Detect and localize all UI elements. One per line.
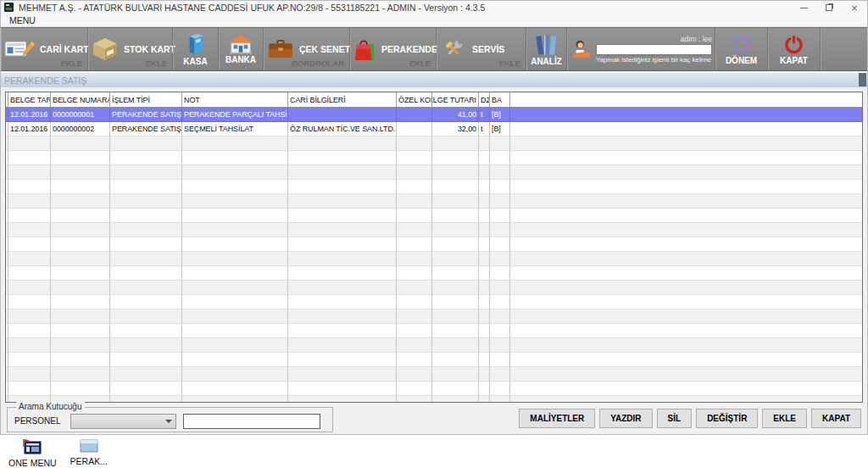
table-row[interactable]: 12.01.20160000000002PERAKENDE SATIŞSEÇME… — [6, 122, 862, 136]
table-cell — [490, 338, 510, 353]
table-cell: 0000000002 — [51, 122, 110, 136]
toolbar-button-perakende[interactable]: PERAKENDE EKLE — [350, 28, 437, 70]
toolbar-button-label: SERVİS — [472, 44, 504, 54]
table-row[interactable] — [6, 209, 862, 223]
assistant-icon — [570, 39, 593, 59]
table-row[interactable] — [6, 324, 862, 338]
table-row[interactable] — [6, 252, 862, 266]
table-cell — [288, 209, 397, 223]
panel-corner-handle[interactable] — [859, 73, 866, 86]
yazdir-button[interactable]: YAZDIR — [599, 409, 652, 428]
table-cell — [479, 295, 490, 309]
table-cell — [510, 309, 862, 324]
table-cell — [510, 180, 862, 194]
table-cell — [510, 122, 862, 136]
column-header[interactable]: BA — [490, 92, 510, 108]
sil-button[interactable]: SİL — [657, 409, 693, 428]
table-cell — [182, 252, 288, 266]
table-cell — [397, 382, 432, 396]
table-cell — [432, 382, 479, 396]
table-cell — [288, 324, 397, 338]
toolbar-button-label: KAPAT — [780, 56, 808, 65]
titlebar: MEHMET A.Ş. - ATATÜRK BULVARI HASTANE CA… — [1, 1, 867, 14]
column-header[interactable]: CARİ BİLGİLERİ — [288, 92, 397, 108]
close-button[interactable]: × — [842, 1, 867, 14]
column-header[interactable]: BELGE NUMARASI — [51, 92, 110, 108]
table-cell — [490, 266, 510, 281]
toolbar-button-stok-kart[interactable]: STOK KART EKLE — [88, 28, 173, 70]
degistir-button[interactable]: DEĞİŞTİR — [696, 409, 758, 428]
table-row[interactable] — [6, 353, 862, 367]
table-row[interactable] — [6, 309, 862, 324]
table-cell — [8, 136, 51, 151]
table-cell — [510, 295, 862, 309]
table-row[interactable] — [6, 382, 862, 396]
table-cell — [397, 136, 432, 151]
column-header[interactable]: BELGE TARİHİ — [8, 92, 51, 108]
table-cell — [110, 151, 182, 165]
table-row[interactable] — [6, 367, 862, 382]
taskbar-item-perakende[interactable]: PERAK... — [70, 439, 108, 466]
toolbar-button-cek-senet[interactable]: ÇEK SENET BORDROLAR — [264, 28, 350, 70]
table-cell — [479, 237, 490, 252]
table-cell — [110, 338, 182, 353]
table-cell — [397, 194, 432, 209]
table-cell — [288, 151, 397, 165]
search-field-combobox[interactable] — [70, 414, 176, 429]
table-row[interactable] — [6, 136, 862, 151]
maximize-button[interactable] — [816, 1, 842, 14]
toolbar-button-kapat[interactable]: KAPAT — [768, 28, 821, 70]
table-row[interactable] — [6, 165, 862, 180]
table-row[interactable] — [6, 295, 862, 309]
table-cell — [288, 353, 397, 367]
toolbar-button-analiz[interactable]: ANALİZ — [526, 28, 567, 70]
table-row[interactable] — [6, 180, 862, 194]
column-header[interactable]: BELGE TUTARI — [432, 92, 479, 108]
window-thumbnail-icon — [80, 439, 98, 454]
search-groupbox: Arama Kutucuğu PERSONEL — [7, 407, 333, 432]
table-cell — [288, 237, 397, 252]
table-cell — [479, 324, 490, 338]
table-cell — [479, 396, 490, 403]
table-cell — [490, 367, 510, 382]
minimize-button[interactable] — [791, 1, 816, 14]
toolbar-button-banka[interactable]: BANKA — [219, 28, 264, 70]
column-header[interactable]: DZ — [479, 92, 490, 108]
table-cell — [8, 338, 51, 353]
table-row[interactable] — [6, 194, 862, 209]
toolbar-button-servis[interactable]: SERVİS EKLE — [437, 28, 526, 70]
table-cell — [182, 266, 288, 281]
command-search-input[interactable] — [596, 44, 712, 55]
column-header[interactable]: İŞLEM TİPİ — [110, 92, 182, 108]
table-cell — [490, 180, 510, 194]
toolbar-button-kasa[interactable]: KASA — [173, 28, 219, 70]
column-header[interactable]: ÖZEL KOD — [397, 92, 432, 108]
table-cell — [182, 281, 288, 295]
table-row[interactable] — [6, 338, 862, 353]
menu-item-menu[interactable]: MENU — [8, 15, 37, 25]
table-cell — [182, 396, 288, 403]
taskbar-item-one-menu[interactable]: ONE MENU — [8, 439, 57, 468]
table-cell — [432, 367, 479, 382]
table-cell — [397, 180, 432, 194]
table-cell — [110, 209, 182, 223]
table-row[interactable] — [6, 396, 862, 403]
table-cell — [8, 194, 51, 209]
table-cell — [8, 165, 51, 180]
ekle-button[interactable]: EKLE — [762, 409, 807, 428]
toolbar-button-cari-kart[interactable]: CARİ KART EKLE — [1, 28, 88, 70]
table-row[interactable] — [6, 151, 862, 165]
kapat-button[interactable]: KAPAT — [811, 409, 861, 428]
table-row[interactable] — [6, 266, 862, 281]
table-row[interactable] — [6, 223, 862, 237]
table-cell — [8, 309, 51, 324]
search-text-input[interactable] — [183, 414, 320, 429]
table-row[interactable]: 12.01.20160000000001PERAKENDE SATIŞPERAK… — [6, 108, 862, 122]
toolbar-button-donem[interactable]: DÖNEM — [715, 28, 768, 70]
table-row[interactable] — [6, 237, 862, 252]
table-cell: 12.01.2016 — [8, 108, 51, 122]
table-cell — [432, 180, 479, 194]
table-row[interactable] — [6, 281, 862, 295]
column-header[interactable]: NOT — [182, 92, 288, 108]
maliyetler-button[interactable]: MALİYETLER — [519, 409, 595, 428]
